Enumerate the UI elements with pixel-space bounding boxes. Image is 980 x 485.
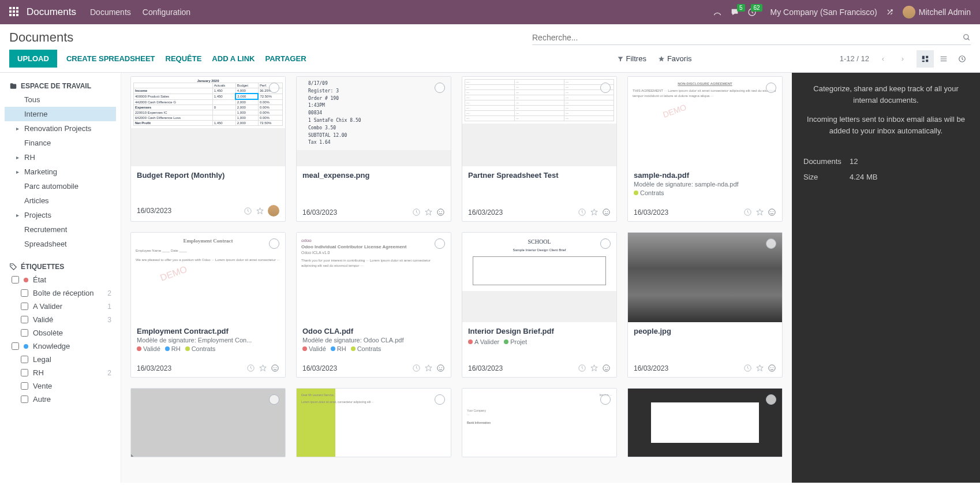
- workspace-item[interactable]: Articles: [5, 193, 116, 208]
- select-circle[interactable]: [766, 83, 776, 93]
- star-icon[interactable]: [755, 364, 764, 372]
- messages-icon[interactable]: 5: [730, 8, 739, 17]
- document-card[interactable]: NON-DISCLOSURE AGREEMENTTHIS AGREEMENT ·…: [627, 76, 783, 222]
- document-card[interactable]: odooOdoo Individual Contributor License …: [296, 232, 451, 378]
- add-link-button[interactable]: ADD A LINK: [212, 54, 255, 63]
- select-circle[interactable]: [766, 394, 776, 405]
- document-card[interactable]: [627, 388, 783, 457]
- activity-icon[interactable]: [271, 364, 279, 372]
- select-circle[interactable]: [269, 394, 279, 405]
- company-selector[interactable]: My Company (San Francisco): [770, 8, 877, 17]
- star-icon[interactable]: [424, 208, 433, 217]
- workspace-item[interactable]: ▸RH: [5, 150, 116, 165]
- svg-point-31: [605, 367, 605, 368]
- activity-icon[interactable]: [768, 364, 776, 372]
- svg-point-34: [769, 365, 775, 371]
- history-icon[interactable]: [578, 364, 586, 372]
- workspace-item[interactable]: Interne: [5, 107, 116, 121]
- document-card[interactable]: [130, 388, 286, 457]
- select-circle[interactable]: [600, 394, 611, 405]
- activity-icon[interactable]: [602, 364, 611, 372]
- history-icon[interactable]: [246, 364, 255, 372]
- select-circle[interactable]: [600, 238, 611, 249]
- apps-icon[interactable]: [9, 7, 20, 17]
- kanban-view-button[interactable]: [917, 50, 934, 68]
- history-icon[interactable]: [244, 207, 252, 215]
- document-card[interactable]: Employment ContractEmployee Name ____ Da…: [130, 232, 286, 378]
- pager-prev[interactable]: ‹: [877, 53, 889, 65]
- history-icon[interactable]: [743, 208, 752, 217]
- document-card[interactable]: Dear Mr Leonard Service,Lorem ipsum dolo…: [296, 388, 451, 457]
- workspace-item[interactable]: ▸Renovation Projects: [5, 121, 116, 136]
- workspace-item[interactable]: Tous: [5, 92, 116, 107]
- pager-next[interactable]: ›: [897, 53, 908, 65]
- history-icon[interactable]: [743, 364, 752, 372]
- document-card[interactable]: ········································…: [462, 76, 617, 222]
- nav-documents[interactable]: Documents: [90, 8, 131, 17]
- tag-item[interactable]: Boîte de réception2: [5, 286, 116, 300]
- workspace-item[interactable]: ▸Projects: [5, 208, 116, 222]
- history-icon[interactable]: [412, 364, 421, 372]
- activity-icon[interactable]: [436, 364, 445, 372]
- workspace-item[interactable]: Recrutement: [5, 222, 116, 237]
- svg-point-35: [770, 367, 771, 368]
- create-spreadsheet-button[interactable]: CREATE SPREADSHEET: [66, 54, 155, 63]
- document-card[interactable]: Invoice ···Your Company···Bank Informati…: [462, 388, 617, 457]
- select-circle[interactable]: [600, 83, 611, 93]
- star-icon[interactable]: [590, 208, 599, 217]
- activities-icon[interactable]: 62: [747, 8, 757, 17]
- document-card[interactable]: SCHOOLSample Interior Design Client Brie…: [462, 232, 617, 378]
- workspace-item[interactable]: Finance: [5, 136, 116, 150]
- select-circle[interactable]: [269, 238, 279, 249]
- history-icon[interactable]: [578, 208, 586, 217]
- tag-item[interactable]: Obsolète: [5, 326, 116, 339]
- tag-item[interactable]: A Valider1: [5, 300, 116, 313]
- document-card[interactable]: 8/17/09Register: 3Order # 1901:43PM00834…: [296, 76, 451, 222]
- search-box[interactable]: [532, 31, 971, 45]
- tag-item[interactable]: Validé3: [5, 313, 116, 326]
- select-circle[interactable]: [435, 238, 445, 249]
- tag-item[interactable]: RH2: [5, 366, 116, 379]
- star-icon[interactable]: [256, 207, 264, 215]
- select-circle[interactable]: [435, 83, 445, 93]
- select-circle[interactable]: [269, 83, 279, 93]
- select-circle[interactable]: [435, 394, 445, 405]
- star-icon[interactable]: [590, 364, 599, 372]
- info-panel: Categorize, share and keep track of all …: [792, 73, 980, 483]
- support-icon[interactable]: [713, 8, 722, 17]
- upload-button[interactable]: UPLOAD: [9, 50, 57, 68]
- workspace-item[interactable]: Spreadsheet: [5, 237, 116, 251]
- brand-title[interactable]: Documents: [27, 6, 76, 18]
- nav-configuration[interactable]: Configuration: [143, 8, 190, 17]
- requete-button[interactable]: REQUÊTE: [166, 54, 202, 63]
- workspace-item[interactable]: Parc automobile: [5, 179, 116, 193]
- select-circle[interactable]: [766, 238, 776, 249]
- activity-icon[interactable]: [768, 208, 776, 217]
- star-icon[interactable]: [259, 364, 267, 372]
- activity-icon[interactable]: [436, 208, 445, 217]
- search-input[interactable]: [532, 33, 963, 42]
- tag-group-header[interactable]: Knowledge: [5, 339, 116, 353]
- history-icon[interactable]: [412, 208, 421, 217]
- star-icon[interactable]: [755, 208, 764, 217]
- tag-group-header[interactable]: État: [5, 273, 116, 286]
- tag-item[interactable]: Legal: [5, 353, 116, 366]
- activity-view-button[interactable]: [953, 50, 971, 68]
- document-card[interactable]: people.jpg16/03/2023: [627, 232, 783, 378]
- user-menu[interactable]: Mitchell Admin: [903, 6, 971, 18]
- tools-icon[interactable]: [885, 8, 895, 17]
- partager-button[interactable]: PARTAGER: [265, 54, 306, 63]
- search-icon[interactable]: [963, 33, 971, 42]
- filters-button[interactable]: Filtres: [617, 54, 646, 63]
- doc-date: 16/03/2023: [302, 364, 337, 372]
- document-card[interactable]: January 2020ActualsBudgetPerf.Income1,45…: [130, 76, 286, 222]
- workspace-item[interactable]: ▸Marketing: [5, 165, 116, 179]
- favorites-button[interactable]: Favoris: [658, 54, 692, 63]
- star-icon[interactable]: [424, 364, 433, 372]
- activity-icon[interactable]: [602, 208, 611, 217]
- stat-docs-value: 12: [850, 157, 858, 166]
- list-view-button[interactable]: [935, 50, 952, 68]
- tag-item[interactable]: Vente: [5, 379, 116, 393]
- svg-point-32: [607, 367, 608, 368]
- tag-item[interactable]: Autre: [5, 393, 116, 406]
